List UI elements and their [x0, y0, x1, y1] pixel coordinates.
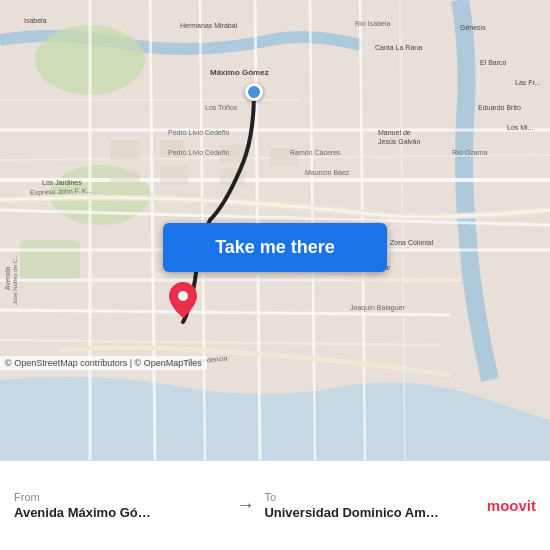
svg-text:Las Fr...: Las Fr...: [515, 79, 540, 86]
svg-text:Pedro Livio Cedeño: Pedro Livio Cedeño: [168, 129, 230, 136]
origin-label: From: [14, 491, 226, 503]
svg-text:Manuel de: Manuel de: [378, 129, 411, 136]
svg-text:Joaquín Balaguer: Joaquín Balaguer: [350, 304, 406, 312]
svg-text:Río Isabela: Río Isabela: [355, 20, 391, 27]
svg-rect-20: [110, 140, 140, 160]
destination-location: To Universidad Dominico Am…: [264, 491, 476, 520]
svg-text:Isabela: Isabela: [24, 17, 47, 24]
origin-location: From Avenida Máximo Gó…: [14, 491, 226, 520]
svg-text:Hermanas Mirabal: Hermanas Mirabal: [180, 22, 238, 29]
take-me-there-button[interactable]: Take me there: [163, 223, 387, 272]
destination-marker: [169, 282, 197, 322]
svg-text:Ramón Cáceres: Ramón Cáceres: [290, 149, 341, 156]
svg-text:Los Jardines: Los Jardines: [42, 179, 82, 186]
svg-rect-25: [160, 165, 188, 185]
destination-label: To: [264, 491, 476, 503]
svg-rect-26: [220, 168, 245, 186]
svg-text:Jesús Galván: Jesús Galván: [378, 138, 421, 145]
moovit-logo: moovit: [487, 497, 536, 514]
svg-text:Canta La Rana: Canta La Rana: [375, 44, 422, 51]
svg-point-53: [178, 291, 188, 301]
origin-marker: [245, 83, 263, 101]
svg-text:Río Ozama: Río Ozama: [452, 149, 488, 156]
svg-text:Pedro Livio Cedeño: Pedro Livio Cedeño: [168, 149, 230, 156]
svg-text:El Barco: El Barco: [480, 59, 507, 66]
bottom-bar: From Avenida Máximo Gó… → To Universidad…: [0, 460, 550, 550]
map-container: Expreso John F. K... Avenida Simón Bolív…: [0, 0, 550, 460]
svg-text:Máximo Gómez: Máximo Gómez: [210, 68, 269, 77]
destination-name: Universidad Dominico Am…: [264, 505, 476, 520]
svg-rect-3: [20, 240, 80, 280]
svg-text:Génesis: Génesis: [460, 24, 486, 31]
svg-rect-24: [110, 170, 140, 190]
svg-text:José Núñez de C...: José Núñez de C...: [12, 254, 18, 305]
moovit-brand-text: moovit: [487, 497, 536, 514]
svg-text:Zona Colonial: Zona Colonial: [390, 239, 434, 246]
svg-text:Eduardo Brito: Eduardo Brito: [478, 104, 521, 111]
svg-text:Avenida: Avenida: [4, 266, 11, 290]
direction-arrow-icon: →: [236, 495, 254, 516]
osm-credit: © OpenStreetMap contributors | © OpenMap…: [0, 356, 207, 370]
svg-text:Los Mi...: Los Mi...: [507, 124, 534, 131]
svg-text:Los Triños: Los Triños: [205, 104, 238, 111]
origin-name: Avenida Máximo Gó…: [14, 505, 226, 520]
svg-text:Mauricio Báez: Mauricio Báez: [305, 169, 350, 176]
